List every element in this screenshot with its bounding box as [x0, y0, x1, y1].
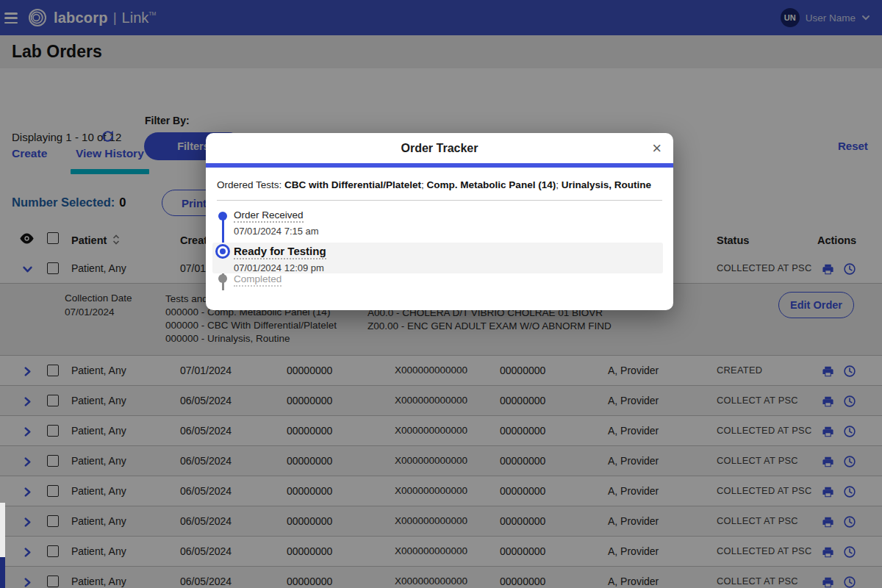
ordered-tests-label: Ordered Tests:	[217, 179, 282, 190]
ordered-test-name: Urinalysis, Routine	[562, 179, 651, 190]
step-label: Completed	[234, 273, 282, 287]
order-timeline: Order Received 07/01/2024 7:15 am Ready …	[212, 209, 663, 301]
lab-orders-page: labcorp | Link TM UN User Name Lab Order…	[0, 0, 882, 588]
step-label: Ready for Testing	[234, 245, 326, 259]
timeline-step-completed: Completed	[234, 272, 282, 287]
modal-title: Order Tracker	[206, 133, 673, 164]
ordered-test-name: CBC with Differential/Platelet	[284, 179, 421, 190]
timeline-dot-current	[215, 244, 230, 259]
ordered-tests-line: Ordered Tests: CBC with Differential/Pla…	[217, 178, 663, 192]
order-tracker-modal: Order Tracker × Ordered Tests: CBC with …	[206, 133, 673, 310]
step-label: Order Received	[234, 209, 304, 223]
timeline-step-ready-for-testing: Ready for Testing 07/01/2024 12:09 pm	[234, 245, 326, 273]
timeline-dot-done	[218, 212, 227, 220]
side-strip-dark	[0, 557, 5, 588]
modal-header: Order Tracker ×	[206, 133, 673, 163]
step-timestamp: 07/01/2024 7:15 am	[234, 226, 319, 237]
timeline-step-order-received: Order Received 07/01/2024 7:15 am	[234, 208, 319, 237]
close-icon[interactable]: ×	[652, 133, 662, 163]
ordered-test-name: Comp. Metabolic Panel (14)	[427, 179, 556, 190]
side-strip-light	[0, 503, 5, 557]
timeline-dot-pending	[218, 274, 227, 283]
modal-divider	[217, 200, 662, 201]
